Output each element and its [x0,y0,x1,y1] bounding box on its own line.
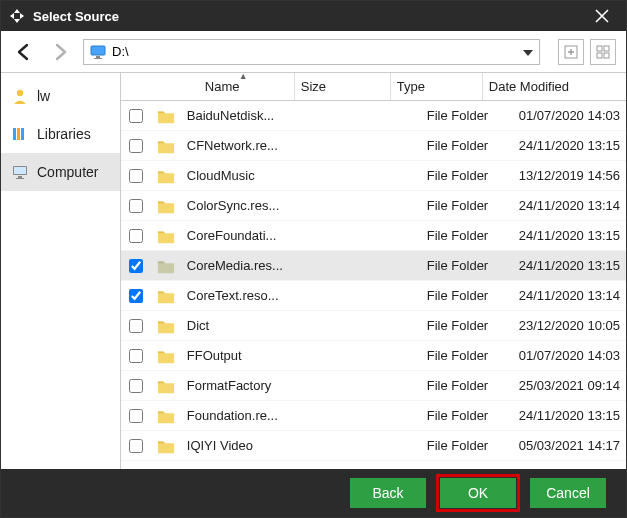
folder-icon [151,101,181,130]
row-date: 24/11/2020 13:14 [513,191,626,220]
folder-icon [151,221,181,250]
table-row[interactable]: CoreMedia.res...File Folder24/11/2020 13… [121,251,626,281]
column-headers: Name ▲ Size Type Date Modified [121,73,626,101]
row-checkbox[interactable] [129,289,143,303]
sidebar-item-label: lw [37,88,50,104]
file-list: Name ▲ Size Type Date Modified BaiduNetd… [121,73,626,469]
sidebar: lw Libraries Computer [1,73,121,469]
col-type-header[interactable]: Type [391,73,483,100]
row-name: CoreText.reso... [181,281,325,310]
row-name: CoreFoundati... [181,221,325,250]
row-name: IQIYI Video [181,431,325,460]
close-button[interactable] [586,1,618,31]
row-checkbox[interactable] [129,349,143,363]
sidebar-item-libraries[interactable]: Libraries [1,115,120,153]
folder-icon [151,251,181,280]
nav-forward-button[interactable] [47,39,73,65]
row-name: FormatFactory [181,371,325,400]
col-name-label: Name [205,79,240,94]
svg-rect-18 [14,167,26,174]
row-date: 05/03/2021 14:17 [513,431,626,460]
col-name-header[interactable]: Name ▲ [151,73,295,100]
row-checkbox[interactable] [129,229,143,243]
row-type: File Folder [421,371,513,400]
table-row[interactable]: Foundation.re...File Folder24/11/2020 13… [121,401,626,431]
row-size [325,371,421,400]
table-row[interactable]: IQIYI VideoFile Folder05/03/2021 14:17 [121,431,626,461]
folder-icon [151,431,181,460]
row-name: BaiduNetdisk... [181,101,325,130]
nav-back-button[interactable] [11,39,37,65]
folder-icon [151,191,181,220]
svg-rect-16 [21,128,24,140]
svg-rect-5 [96,56,100,58]
table-row[interactable]: CoreText.reso...File Folder24/11/2020 13… [121,281,626,311]
sidebar-item-label: Computer [37,164,98,180]
row-name: FFOutput [181,341,325,370]
row-checkbox[interactable] [129,259,143,273]
path-input[interactable]: D:\ [83,39,540,65]
table-row[interactable]: FormatFactoryFile Folder25/03/2021 09:14 [121,371,626,401]
main-area: lw Libraries Computer Name ▲ Size Type D… [1,73,626,469]
row-checkbox[interactable] [129,319,143,333]
svg-rect-10 [604,46,609,51]
sidebar-item-computer[interactable]: Computer [1,153,120,191]
table-row[interactable]: BaiduNetdisk...File Folder01/07/2020 14:… [121,101,626,131]
col-size-header[interactable]: Size [295,73,391,100]
path-dropdown-icon[interactable] [523,44,533,59]
svg-rect-12 [604,53,609,58]
computer-icon [11,163,29,181]
col-date-header[interactable]: Date Modified [483,73,610,100]
table-row[interactable]: CFNetwork.re...File Folder24/11/2020 13:… [121,131,626,161]
row-date: 25/03/2021 09:14 [513,371,626,400]
row-date: 24/11/2020 13:14 [513,281,626,310]
row-date: 24/11/2020 13:15 [513,251,626,280]
back-button[interactable]: Back [350,478,426,508]
cancel-button[interactable]: Cancel [530,478,606,508]
svg-rect-9 [597,46,602,51]
row-name: CloudMusic [181,161,325,190]
row-date: 01/07/2020 14:03 [513,341,626,370]
table-row[interactable]: CloudMusicFile Folder13/12/2019 14:56 [121,161,626,191]
row-checkbox-cell [121,371,151,400]
row-checkbox-cell [121,221,151,250]
table-row[interactable]: CoreFoundati...File Folder24/11/2020 13:… [121,221,626,251]
row-type: File Folder [421,251,513,280]
table-row[interactable]: ColorSync.res...File Folder24/11/2020 13… [121,191,626,221]
table-row[interactable]: DictFile Folder23/12/2020 10:05 [121,311,626,341]
row-checkbox[interactable] [129,409,143,423]
svg-rect-20 [16,178,24,179]
row-checkbox[interactable] [129,439,143,453]
view-grid-button[interactable] [590,39,616,65]
title-bar: Select Source [1,1,626,31]
row-checkbox[interactable] [129,109,143,123]
row-size [325,401,421,430]
row-date: 24/11/2020 13:15 [513,401,626,430]
row-type: File Folder [421,311,513,340]
table-row[interactable]: FFOutputFile Folder01/07/2020 14:03 [121,341,626,371]
folder-icon [151,401,181,430]
folder-icon [151,161,181,190]
row-size [325,431,421,460]
rows-container[interactable]: BaiduNetdisk...File Folder01/07/2020 14:… [121,101,626,469]
row-checkbox-cell [121,401,151,430]
svg-rect-6 [94,58,102,59]
row-checkbox-cell [121,311,151,340]
user-icon [11,87,29,105]
sidebar-item-user[interactable]: lw [1,77,120,115]
row-type: File Folder [421,101,513,130]
row-checkbox[interactable] [129,379,143,393]
row-size [325,311,421,340]
ok-button[interactable]: OK [440,478,516,508]
folder-icon [151,311,181,340]
row-checkbox[interactable] [129,169,143,183]
new-folder-button[interactable] [558,39,584,65]
row-checkbox[interactable] [129,199,143,213]
window-title: Select Source [33,9,586,24]
row-type: File Folder [421,341,513,370]
svg-marker-3 [20,13,24,19]
footer: Back OK Cancel [1,469,626,517]
folder-icon [151,341,181,370]
row-checkbox[interactable] [129,139,143,153]
folder-icon [151,131,181,160]
